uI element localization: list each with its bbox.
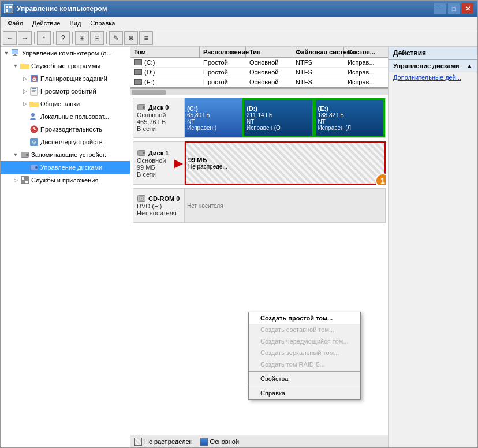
tree-item-shared[interactable]: ▷ Общие папки bbox=[1, 98, 130, 110]
menu-view[interactable]: Вид bbox=[65, 18, 85, 28]
actions-more-link[interactable]: Дополнительные дей... bbox=[389, 72, 477, 83]
table-row[interactable]: (E:) Простой Основной NTFS Исправ... bbox=[130, 77, 388, 87]
ctx-create-simple[interactable]: Создать простой том... bbox=[249, 312, 360, 324]
events-icon bbox=[29, 87, 39, 96]
maximize-button[interactable]: □ bbox=[447, 3, 460, 14]
scrollbar-thumb[interactable] bbox=[132, 90, 166, 95]
add-button[interactable]: ⊕ bbox=[124, 31, 138, 45]
menu-bar: Файл Действие Вид Справка bbox=[1, 17, 477, 29]
row-c-fs: NTFS bbox=[292, 58, 344, 67]
actions-header: Действия bbox=[389, 47, 477, 60]
computer-icon bbox=[11, 48, 20, 58]
window-controls: ─ □ ✕ bbox=[434, 3, 474, 14]
svg-point-38 bbox=[141, 198, 143, 200]
apps-label: Службы и приложения bbox=[31, 177, 98, 184]
row-e-status: Исправ... bbox=[344, 77, 388, 87]
row-d-vol: (D:) bbox=[130, 68, 200, 77]
row-c-vol: (C:) bbox=[130, 58, 200, 67]
table-row[interactable]: (C:) Простой Основной NTFS Исправ... bbox=[130, 58, 388, 68]
actions-section-label: Управление дисками bbox=[393, 62, 459, 69]
table-row[interactable]: (D:) Простой Основной NTFS Исправ... bbox=[130, 68, 388, 77]
table-headers: Том Расположение Тип Файловая система Со… bbox=[130, 47, 388, 58]
users-icon bbox=[29, 112, 39, 121]
col-status: Состоя... bbox=[344, 47, 388, 57]
context-menu: Создать простой том... Создать составной… bbox=[248, 312, 361, 400]
ctx-create-raid5: Создать том RAID-5... bbox=[249, 359, 360, 370]
tree-item-storage[interactable]: ▼ Запоминающие устройст... bbox=[1, 148, 130, 161]
menu-action[interactable]: Действие bbox=[28, 18, 65, 28]
svg-rect-7 bbox=[13, 55, 17, 56]
folder-icon bbox=[20, 61, 29, 70]
shared-label: Общие папки bbox=[40, 100, 80, 107]
tree-item-services[interactable]: ▼ Служебные программы bbox=[1, 59, 130, 72]
svg-rect-3 bbox=[6, 9, 8, 12]
edit-button[interactable]: ✎ bbox=[109, 31, 123, 45]
tree-item-apps[interactable]: ▷ Службы и приложения bbox=[1, 174, 130, 186]
ctx-help[interactable]: Справка bbox=[249, 387, 360, 399]
svg-rect-11 bbox=[32, 88, 36, 89]
svg-rect-2 bbox=[9, 6, 12, 8]
disk-1-row: Диск 1 Основной 99 МБ В сети ▶ 99 МБ Не … bbox=[133, 141, 386, 185]
disk-1-partitions-wrapper: ▶ 99 МБ Не распреде... 1 bbox=[185, 141, 386, 185]
scheduler-expander[interactable]: ▷ bbox=[20, 74, 29, 83]
tree-item-perf[interactable]: Производительность bbox=[1, 123, 130, 136]
tree-item-users[interactable]: Локальные пользоват... bbox=[1, 110, 130, 123]
partition-unallocated[interactable]: 99 МБ Не распреде... 1 bbox=[185, 141, 386, 185]
list-button[interactable]: ≡ bbox=[139, 31, 153, 45]
actions-collapse-icon[interactable]: ▲ bbox=[466, 62, 473, 69]
svg-rect-12 bbox=[32, 90, 36, 91]
minimize-button[interactable]: ─ bbox=[434, 3, 446, 14]
menu-file[interactable]: Файл bbox=[3, 18, 28, 28]
close-button[interactable]: ✕ bbox=[461, 3, 474, 14]
ctx-create-striped: Создать чередующийся том... bbox=[249, 335, 360, 347]
row-e-vol: (E:) bbox=[130, 77, 200, 87]
help-button[interactable]: ? bbox=[56, 31, 70, 45]
toolbar: ← → ↑ ? ⊞ ⊟ ✎ ⊕ ≡ bbox=[1, 29, 477, 47]
devmgr-icon: ⚙ bbox=[29, 137, 39, 147]
disk-icon-e bbox=[134, 79, 142, 85]
svg-point-14 bbox=[31, 113, 35, 117]
col-vol: Том bbox=[130, 47, 200, 57]
tree-item-scheduler[interactable]: ▷ ⏰ Планировщик заданий bbox=[1, 72, 130, 85]
legend-primary-label: Основной bbox=[210, 438, 239, 445]
partition-e[interactable]: (E:) 188,82 ГБ NT Исправен (Л bbox=[314, 98, 386, 137]
apps-expander[interactable]: ▷ bbox=[11, 176, 20, 185]
hdd-icon bbox=[137, 103, 146, 111]
storage-icon bbox=[20, 150, 29, 159]
events-expander[interactable]: ▷ bbox=[20, 87, 29, 96]
disk-icon-c bbox=[134, 59, 142, 65]
show-grid-button[interactable]: ⊞ bbox=[75, 31, 89, 45]
tree-item-events[interactable]: ▷ Просмотр событий bbox=[1, 85, 130, 98]
partition-c[interactable]: (C:) 65,80 ГБ NT Исправен ( bbox=[185, 98, 242, 137]
tree-item-diskmgmt[interactable]: Управление дисками bbox=[1, 161, 130, 174]
svg-rect-1 bbox=[6, 6, 8, 8]
toolbar-separator-4 bbox=[106, 32, 107, 44]
table-scrollbar[interactable] bbox=[130, 88, 388, 95]
svg-point-25 bbox=[35, 166, 38, 169]
ctx-create-spanned: Создать составной том... bbox=[249, 324, 360, 335]
disk-0-label: Диск 0 Основной 465,76 ГБ В сети bbox=[133, 98, 185, 138]
partition-d[interactable]: (D:) 211,14 ГБ NT Исправен (О bbox=[242, 98, 314, 137]
shared-folder-icon bbox=[29, 99, 39, 109]
ctx-properties[interactable]: Свойства bbox=[249, 373, 360, 384]
hide-grid-button[interactable]: ⊟ bbox=[90, 31, 104, 45]
ctx-separator-1 bbox=[249, 371, 360, 372]
storage-expander[interactable]: ▼ bbox=[11, 150, 20, 159]
cdrom-partitions: Нет носителя bbox=[185, 188, 386, 223]
shared-expander[interactable]: ▷ bbox=[20, 99, 29, 109]
root-expander[interactable]: ▼ bbox=[2, 48, 11, 58]
services-expander[interactable]: ▼ bbox=[11, 61, 20, 70]
row-e-loc: Простой bbox=[200, 77, 246, 87]
up-button[interactable]: ↑ bbox=[37, 31, 51, 45]
row-d-loc: Простой bbox=[200, 68, 246, 77]
svg-rect-28 bbox=[25, 181, 28, 183]
back-button[interactable]: ← bbox=[3, 31, 17, 45]
ctx-create-mirror: Создать зеркальный том... bbox=[249, 347, 360, 359]
tree-item-devmgr[interactable]: ⚙ Диспетчер устройств bbox=[1, 136, 130, 148]
tree-root[interactable]: ▼ Управление компьютером (л... bbox=[1, 47, 130, 59]
window-icon bbox=[4, 4, 13, 13]
cdrom-icon bbox=[137, 195, 146, 203]
menu-help[interactable]: Справка bbox=[85, 18, 120, 28]
forward-button[interactable]: → bbox=[18, 31, 32, 45]
diskmgmt-spacer bbox=[20, 163, 29, 172]
